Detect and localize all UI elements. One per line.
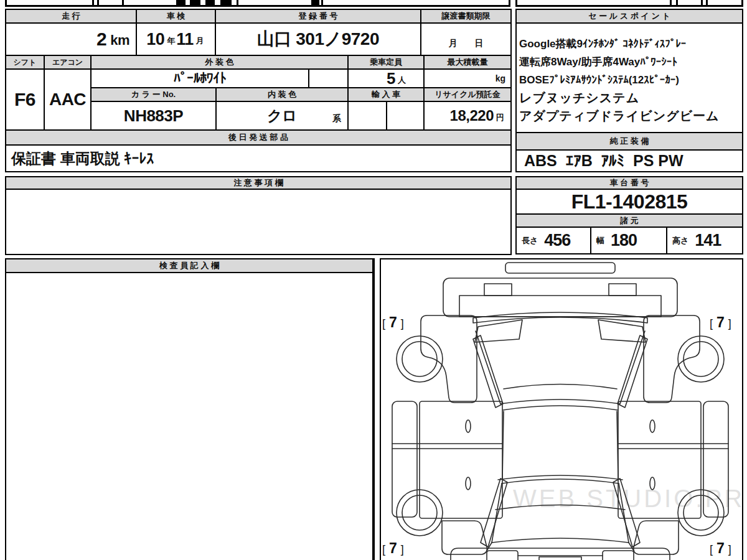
chassis-table: 車 台 番 号 FL1-1402815 諸 元 長さ 456 幅 180 高さ … [515,176,743,254]
windshield-bottom-edge [500,399,620,404]
sales-line: アダプティブドライビングビーム [519,107,740,125]
aircon-header: エアコン [45,56,90,68]
mileage-header: 走 行 [6,10,136,22]
front-bumper-shape [443,278,677,317]
hood-edge-shape [473,312,647,323]
front-grille-shape [459,296,661,317]
spec-width: 幅 180 [591,228,666,253]
exterior-color-value: ﾊﾟｰﾙﾎﾜｲﾄ [92,70,308,87]
exterior-color-header: 外 装 色 [92,56,347,68]
capacity-value: 5 人 [349,70,423,87]
sales-line: BOSEﾌﾟﾚﾐｱﾑｻｳﾝﾄﾞｼｽﾃﾑ(12ｽﾋﾟｰｶｰ) [519,71,740,89]
import-car-cell-1 [349,102,386,129]
door-handle-front-right [650,420,655,432]
shift-header: シフト [6,56,44,68]
windshield-left-edge [476,331,500,404]
recycle-value: 18,220 円 [425,102,510,129]
inspector-table: 検 査 員 記 入 欄 [5,258,375,560]
wheel-front-left-outer [397,336,443,382]
spec-length: 長さ 456 [517,228,590,253]
door-handle-front-left [466,420,471,432]
inspector-body [6,273,372,560]
recycle-unit: 円 [496,112,504,123]
mileage-unit: km [110,32,129,49]
rear-bumper-notch-left [487,551,518,560]
roof-front-edge [503,406,618,410]
notes-table: 注 意 事 項 欄 [5,176,512,255]
transfer-docs-value: 月 日 [421,24,510,55]
genuine-equipment-header: 純 正 装 備 [517,133,742,149]
shaken-month: 11 [176,30,194,49]
recycle-amount: 18,220 [450,107,494,124]
sales-points-header: セ ー ル ス ポ イ ン ト [517,10,742,22]
capacity-header: 乗車定員 [349,56,423,68]
capacity-number: 5 [387,70,395,87]
car-diagram-box: WEB STUDIO.PRO [380,258,743,560]
shaken-year-suffix: 年 [167,35,175,47]
interior-color-value: クロ 系 [217,102,347,129]
windshield-right-edge [620,331,645,404]
fender-front-right-shape [644,315,700,403]
spec-length-label: 長さ [522,235,538,246]
mileage-value: 2 km [6,24,136,55]
shift-value: F6 [6,70,44,129]
rear-glass-bottom-edge [496,505,625,510]
license-plate-shape [539,557,581,560]
registration-value: 山口 301ノ9720 [216,24,420,55]
color-no-header: カ ラ ー No. [92,88,215,101]
genuine-equipment-value: ABS ｴｱB ｱﾙﾐ PS PW [517,151,742,171]
sales-line: Google搭載9ｲﾝﾁﾎﾝﾀﾞ ｺﾈｸﾄﾃﾞｨｽﾌﾟﾚｰ [519,35,740,53]
capacity-unit: 人 [398,75,406,86]
interior-color-suffix: 系 [332,113,341,124]
shaken-year: 10 [146,30,164,49]
later-parts-header: 後 日 発 送 部 品 [6,131,510,144]
notes-body [6,190,510,254]
sales-line: 運転席8Way/助手席4Wayﾊﾟﾜｰｼｰﾄ [519,53,740,71]
vehicle-info-table: 走 行 車 検 登 録 番 号 譲渡書類期限 2 km 10 年 11 月 山口… [5,9,512,172]
wheel-front-left-inner [402,342,437,376]
color-no-value: NH883P [92,102,215,129]
mileage-number: 2 [96,29,106,50]
sill-right-shape [703,401,728,517]
spec-height: 高さ 141 [667,228,742,253]
later-parts-value: 保証書 車両取説 ｷｰﾚｽ [6,146,510,171]
door-handle-rear-left [466,477,471,490]
registration-header: 登 録 番 号 [216,10,420,22]
cowl-line [504,385,617,390]
spec-width-value: 180 [611,231,637,250]
spec-height-value: 141 [695,231,721,250]
sales-line: レブヌッチシステム [519,89,740,107]
recycle-header: リサイクル預託金 [425,88,510,101]
rear-glass-top-edge [502,479,619,483]
quarter-rear-left-shape [442,521,487,554]
shaken-month-suffix: 月 [196,35,204,47]
spec-height-label: 高さ [672,235,688,246]
import-car-cell-2 [387,102,423,129]
wheel-front-right-outer [678,336,724,382]
door-handle-rear-right [650,477,655,490]
rear-glass-right-edge [619,483,629,543]
sales-points-body: Google搭載9ｲﾝﾁﾎﾝﾀﾞ ｺﾈｸﾄﾃﾞｨｽﾌﾟﾚｰ 運転席8Way/助手… [517,24,742,132]
chassis-number-header: 車 台 番 号 [517,177,742,189]
car-top-view-diagram [381,259,742,560]
spec-length-value: 456 [544,231,570,250]
notes-header: 注 意 事 項 欄 [6,177,510,189]
interior-color-name: クロ [267,106,297,126]
quarter-rear-right-shape [634,521,679,554]
sales-points-table: セ ー ル ス ポ イ ン ト Google搭載9ｲﾝﾁﾎﾝﾀﾞ ｺﾈｸﾄﾃﾞｨ… [515,9,743,172]
interior-color-header: 内 装 色 [217,88,347,101]
import-car-header: 輸 入 車 [349,88,423,101]
max-load-value: kg [425,70,510,87]
max-load-header: 最大積載量 [425,56,510,68]
exterior-color-extra-cell [309,70,347,87]
door-right-crease [618,444,728,449]
rear-bumper-notch-right [603,551,634,560]
aircon-value: AAC [45,70,90,129]
front-spoiler-shape [505,263,615,273]
spec-width-label: 幅 [596,235,604,246]
trunk-corner-lines [487,543,634,551]
inspector-header: 検 査 員 記 入 欄 [6,259,372,272]
front-bumper-vent-left [484,284,512,296]
shaken-value: 10 年 11 月 [137,24,215,55]
transfer-docs-header: 譲渡書類期限 [421,10,510,22]
